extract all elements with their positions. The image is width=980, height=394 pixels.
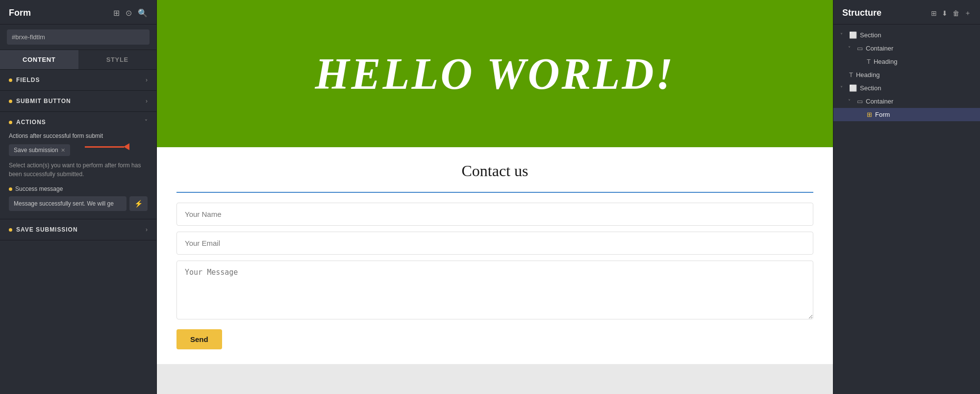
right-panel: Structure ⊞ ⬇ 🗑 ＋ ˅ ⬜ Section ˅ ▭ Contai… — [833, 0, 980, 394]
red-arrow — [85, 143, 129, 150]
section-label-1: Section — [860, 31, 881, 39]
download-icon[interactable]: ⬇ — [942, 9, 948, 17]
heading-label-2: Heading — [856, 71, 879, 79]
left-panel: Form ⊞ ⊙ 🔍 CONTENT STYLE FIELDS › SUBMIT… — [0, 0, 157, 394]
hero-title: HELLO WORLD! — [315, 49, 675, 99]
toggle-container-2: ˅ — [848, 99, 854, 104]
monitor-icon[interactable]: ⊞ — [113, 8, 120, 18]
toggle-section-1: ˅ — [840, 32, 846, 38]
tag-label: Save submission — [14, 147, 58, 154]
success-input-row: ⚡ — [9, 196, 148, 211]
tab-row: CONTENT STYLE — [0, 50, 156, 70]
name-input[interactable] — [176, 203, 813, 226]
search-icon[interactable]: 🔍 — [138, 8, 148, 18]
actions-body: Actions after successful form submit Sav… — [0, 132, 156, 219]
save-submission-tag[interactable]: Save submission ✕ — [9, 144, 70, 156]
success-label-text: Success message — [15, 185, 63, 192]
container-label-2: Container — [866, 98, 893, 105]
success-message-input[interactable] — [9, 196, 126, 211]
message-textarea[interactable] — [176, 261, 813, 319]
tree-area: ˅ ⬜ Section ˅ ▭ Container T Heading T He… — [833, 25, 980, 125]
fields-label: FIELDS — [16, 77, 40, 83]
actions-subtitle: Actions after successful form submit — [9, 132, 148, 139]
bolt-button[interactable]: ⚡ — [129, 196, 148, 211]
actions-section: ACTIONS ˅ Actions after successful form … — [0, 112, 156, 219]
content-tab[interactable]: CONTENT — [0, 50, 78, 69]
left-header: Form ⊞ ⊙ 🔍 — [0, 0, 156, 25]
tag-row: Save submission ✕ — [9, 144, 148, 156]
container-icon-1: ▭ — [857, 45, 863, 52]
tree-heading-2[interactable]: T Heading — [833, 68, 980, 81]
style-tab[interactable]: STYLE — [78, 50, 157, 69]
delete-icon[interactable]: 🗑 — [953, 9, 959, 17]
tag-remove[interactable]: ✕ — [61, 147, 65, 154]
heading-icon-1: T — [867, 58, 871, 65]
fields-section-row[interactable]: FIELDS › — [0, 70, 156, 91]
right-header-icons: ⊞ ⬇ 🗑 ＋ — [931, 9, 971, 18]
header-icons: ⊞ ⊙ 🔍 — [113, 8, 148, 18]
tree-form[interactable]: ⊞ Form — [833, 108, 980, 121]
submit-section-row[interactable]: SUBMIT BUTTON › — [0, 91, 156, 112]
form-icon: ⊞ — [867, 111, 872, 118]
actions-dot — [9, 121, 12, 124]
copy-icon[interactable]: ⊞ — [931, 9, 937, 17]
form-divider — [176, 192, 813, 193]
arrow-head — [124, 143, 129, 150]
save-chevron: › — [146, 226, 148, 233]
actions-label: ACTIONS — [16, 119, 46, 126]
save-submission-row[interactable]: SAVE SUBMISSION › — [0, 219, 156, 240]
success-label-row: Success message — [9, 185, 148, 192]
email-input[interactable] — [176, 232, 813, 255]
container-label-1: Container — [866, 45, 893, 52]
id-input[interactable] — [7, 29, 150, 45]
save-label: SAVE SUBMISSION — [16, 226, 78, 233]
center-canvas: HELLO WORLD! Contact us Send — [157, 0, 833, 394]
container-icon-2: ▭ — [857, 98, 863, 105]
hero-section: HELLO WORLD! — [157, 0, 833, 147]
structure-title: Structure — [842, 8, 881, 18]
form-title: Contact us — [176, 162, 813, 180]
panel-title: Form — [9, 8, 31, 18]
heading-label-1: Heading — [874, 58, 897, 65]
tree-container-1[interactable]: ˅ ▭ Container — [833, 42, 980, 55]
tree-heading-1[interactable]: T Heading — [833, 55, 980, 68]
fields-chevron: › — [146, 77, 148, 83]
submit-chevron: › — [146, 98, 148, 105]
tree-section-2[interactable]: ˅ ⬜ Section — [833, 81, 980, 95]
success-dot — [9, 187, 12, 191]
form-section: Contact us Send — [157, 147, 833, 364]
submit-label: SUBMIT BUTTON — [16, 98, 71, 105]
section-label-2: Section — [860, 84, 881, 92]
fields-dot — [9, 79, 12, 82]
heading-icon-2: T — [849, 71, 853, 79]
select-hint: Select action(s) you want to perform aft… — [9, 161, 148, 179]
submit-dot — [9, 100, 12, 103]
toggle-container-1: ˅ — [848, 46, 854, 51]
right-header: Structure ⊞ ⬇ 🗑 ＋ — [833, 0, 980, 25]
actions-chevron: ˅ — [145, 119, 148, 126]
tree-container-2[interactable]: ˅ ▭ Container — [833, 95, 980, 108]
save-dot — [9, 228, 12, 232]
arrow-line — [85, 146, 124, 148]
id-input-row — [0, 25, 156, 50]
form-label: Form — [875, 111, 890, 118]
tree-section-1[interactable]: ˅ ⬜ Section — [833, 28, 980, 42]
send-button[interactable]: Send — [176, 329, 222, 349]
toggle-section-2: ˅ — [840, 85, 846, 91]
actions-header[interactable]: ACTIONS ˅ — [0, 112, 156, 132]
section-icon-2: ⬜ — [849, 84, 857, 92]
add-icon[interactable]: ＋ — [964, 9, 971, 18]
section-icon-1: ⬜ — [849, 31, 857, 39]
user-icon[interactable]: ⊙ — [126, 8, 132, 18]
